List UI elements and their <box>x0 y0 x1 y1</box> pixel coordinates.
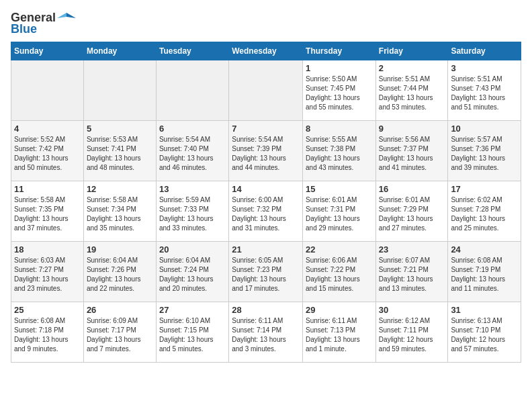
table-cell: 17Sunrise: 6:02 AM Sunset: 7:28 PM Dayli… <box>448 181 521 242</box>
day-info: Sunrise: 6:07 AM Sunset: 7:21 PM Dayligh… <box>379 256 445 293</box>
day-number: 16 <box>379 184 445 194</box>
day-number: 30 <box>379 305 445 315</box>
day-number: 25 <box>14 305 81 315</box>
day-info: Sunrise: 6:04 AM Sunset: 7:24 PM Dayligh… <box>159 256 226 293</box>
day-info: Sunrise: 5:56 AM Sunset: 7:37 PM Dayligh… <box>379 135 445 173</box>
logo: General Blue <box>11 11 76 36</box>
day-number: 28 <box>232 305 300 315</box>
day-number: 29 <box>306 305 373 315</box>
day-number: 3 <box>451 63 518 73</box>
table-cell: 25Sunrise: 6:08 AM Sunset: 7:18 PM Dayli… <box>11 302 84 363</box>
day-info: Sunrise: 5:54 AM Sunset: 7:40 PM Dayligh… <box>159 135 226 173</box>
table-cell: 4Sunrise: 5:52 AM Sunset: 7:42 PM Daylig… <box>11 121 84 181</box>
day-number: 20 <box>159 244 226 255</box>
week-row-2: 4Sunrise: 5:52 AM Sunset: 7:42 PM Daylig… <box>11 121 521 181</box>
day-number: 14 <box>232 184 300 194</box>
logo-bird-icon <box>57 11 76 25</box>
weekday-header-thursday: Thursday <box>303 42 376 60</box>
day-info: Sunrise: 5:53 AM Sunset: 7:41 PM Dayligh… <box>87 135 153 173</box>
table-cell: 22Sunrise: 6:06 AM Sunset: 7:22 PM Dayli… <box>303 242 376 302</box>
day-info: Sunrise: 5:54 AM Sunset: 7:39 PM Dayligh… <box>232 135 300 173</box>
day-number: 17 <box>451 184 518 194</box>
day-number: 15 <box>306 184 373 194</box>
day-number: 22 <box>306 244 373 255</box>
weekday-header-wednesday: Wednesday <box>229 42 303 60</box>
table-cell: 11Sunrise: 5:58 AM Sunset: 7:35 PM Dayli… <box>11 181 84 242</box>
weekday-header-row: SundayMondayTuesdayWednesdayThursdayFrid… <box>11 42 521 60</box>
calendar-table: SundayMondayTuesdayWednesdayThursdayFrid… <box>11 42 521 363</box>
day-number: 21 <box>232 244 300 255</box>
svg-marker-1 <box>57 13 66 18</box>
table-cell: 8Sunrise: 5:55 AM Sunset: 7:38 PM Daylig… <box>303 121 376 181</box>
table-cell: 2Sunrise: 5:51 AM Sunset: 7:44 PM Daylig… <box>375 60 448 121</box>
table-cell <box>11 60 84 121</box>
day-info: Sunrise: 6:03 AM Sunset: 7:27 PM Dayligh… <box>14 256 81 293</box>
day-info: Sunrise: 6:06 AM Sunset: 7:22 PM Dayligh… <box>306 256 373 293</box>
day-info: Sunrise: 5:58 AM Sunset: 7:34 PM Dayligh… <box>87 195 153 233</box>
header: General Blue <box>11 11 521 36</box>
weekday-header-monday: Monday <box>83 42 156 60</box>
table-cell: 29Sunrise: 6:11 AM Sunset: 7:13 PM Dayli… <box>303 302 376 363</box>
day-number: 24 <box>451 244 518 255</box>
day-info: Sunrise: 6:11 AM Sunset: 7:13 PM Dayligh… <box>306 316 373 354</box>
day-info: Sunrise: 5:59 AM Sunset: 7:33 PM Dayligh… <box>159 195 226 233</box>
table-cell <box>83 60 156 121</box>
day-number: 12 <box>87 184 153 194</box>
week-row-3: 11Sunrise: 5:58 AM Sunset: 7:35 PM Dayli… <box>11 181 521 242</box>
table-cell: 30Sunrise: 6:12 AM Sunset: 7:11 PM Dayli… <box>375 302 448 363</box>
day-info: Sunrise: 5:52 AM Sunset: 7:42 PM Dayligh… <box>14 135 81 173</box>
day-info: Sunrise: 5:58 AM Sunset: 7:35 PM Dayligh… <box>14 195 81 233</box>
week-row-1: 1Sunrise: 5:50 AM Sunset: 7:45 PM Daylig… <box>11 60 521 121</box>
day-info: Sunrise: 5:50 AM Sunset: 7:45 PM Dayligh… <box>306 75 373 112</box>
table-cell <box>156 60 228 121</box>
table-cell: 15Sunrise: 6:01 AM Sunset: 7:31 PM Dayli… <box>303 181 376 242</box>
day-number: 6 <box>159 124 226 134</box>
day-number: 9 <box>379 124 445 134</box>
table-cell: 13Sunrise: 5:59 AM Sunset: 7:33 PM Dayli… <box>156 181 228 242</box>
table-cell: 14Sunrise: 6:00 AM Sunset: 7:32 PM Dayli… <box>229 181 303 242</box>
weekday-header-sunday: Sunday <box>11 42 84 60</box>
day-info: Sunrise: 6:08 AM Sunset: 7:19 PM Dayligh… <box>451 256 518 293</box>
day-info: Sunrise: 6:01 AM Sunset: 7:29 PM Dayligh… <box>379 195 445 233</box>
day-number: 26 <box>87 305 153 315</box>
day-info: Sunrise: 6:11 AM Sunset: 7:14 PM Dayligh… <box>232 316 300 354</box>
svg-marker-0 <box>66 13 76 18</box>
day-number: 2 <box>379 63 445 73</box>
day-info: Sunrise: 5:57 AM Sunset: 7:36 PM Dayligh… <box>451 135 518 173</box>
table-cell: 21Sunrise: 6:05 AM Sunset: 7:23 PM Dayli… <box>229 242 303 302</box>
table-cell: 27Sunrise: 6:10 AM Sunset: 7:15 PM Dayli… <box>156 302 228 363</box>
day-number: 4 <box>14 124 81 134</box>
weekday-header-friday: Friday <box>375 42 448 60</box>
day-number: 19 <box>87 244 153 255</box>
day-number: 13 <box>159 184 226 194</box>
logo-blue-text: Blue <box>11 22 37 36</box>
day-info: Sunrise: 6:12 AM Sunset: 7:11 PM Dayligh… <box>379 316 445 354</box>
day-number: 1 <box>306 63 373 73</box>
day-number: 23 <box>379 244 445 255</box>
table-cell: 9Sunrise: 5:56 AM Sunset: 7:37 PM Daylig… <box>375 121 448 181</box>
day-number: 27 <box>159 305 226 315</box>
weekday-header-tuesday: Tuesday <box>156 42 228 60</box>
table-cell: 18Sunrise: 6:03 AM Sunset: 7:27 PM Dayli… <box>11 242 84 302</box>
day-info: Sunrise: 6:05 AM Sunset: 7:23 PM Dayligh… <box>232 256 300 293</box>
table-cell: 6Sunrise: 5:54 AM Sunset: 7:40 PM Daylig… <box>156 121 228 181</box>
table-cell: 26Sunrise: 6:09 AM Sunset: 7:17 PM Dayli… <box>83 302 156 363</box>
day-number: 18 <box>14 244 81 255</box>
table-cell: 3Sunrise: 5:51 AM Sunset: 7:43 PM Daylig… <box>448 60 521 121</box>
day-number: 10 <box>451 124 518 134</box>
table-cell: 23Sunrise: 6:07 AM Sunset: 7:21 PM Dayli… <box>375 242 448 302</box>
table-cell: 24Sunrise: 6:08 AM Sunset: 7:19 PM Dayli… <box>448 242 521 302</box>
day-info: Sunrise: 6:04 AM Sunset: 7:26 PM Dayligh… <box>87 256 153 293</box>
day-info: Sunrise: 6:09 AM Sunset: 7:17 PM Dayligh… <box>87 316 153 354</box>
week-row-4: 18Sunrise: 6:03 AM Sunset: 7:27 PM Dayli… <box>11 242 521 302</box>
day-number: 7 <box>232 124 300 134</box>
day-number: 31 <box>451 305 518 315</box>
table-cell: 28Sunrise: 6:11 AM Sunset: 7:14 PM Dayli… <box>229 302 303 363</box>
day-number: 5 <box>87 124 153 134</box>
table-cell: 19Sunrise: 6:04 AM Sunset: 7:26 PM Dayli… <box>83 242 156 302</box>
table-cell: 10Sunrise: 5:57 AM Sunset: 7:36 PM Dayli… <box>448 121 521 181</box>
day-info: Sunrise: 6:01 AM Sunset: 7:31 PM Dayligh… <box>306 195 373 233</box>
day-info: Sunrise: 6:08 AM Sunset: 7:18 PM Dayligh… <box>14 316 81 354</box>
table-cell <box>229 60 303 121</box>
day-info: Sunrise: 5:51 AM Sunset: 7:44 PM Dayligh… <box>379 75 445 112</box>
